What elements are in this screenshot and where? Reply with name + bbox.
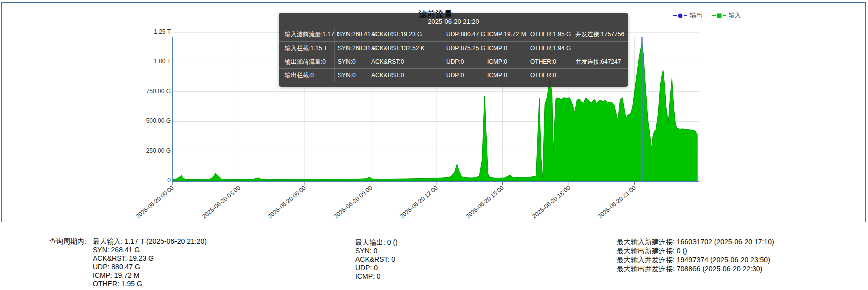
legend-item-input[interactable]: 输入 (712, 11, 741, 20)
tooltip-cell: OTHER:1.95 G (527, 28, 572, 41)
chart-title: 滤前流量 (173, 9, 699, 20)
tooltip-cell: 并发连接:1757756 (572, 28, 624, 41)
y-tick-label: 1.25 T (121, 28, 171, 35)
tooltip-cell: OTHER:0 (527, 69, 572, 82)
tooltip-cell: ACK&RST:0 (368, 55, 443, 69)
tooltip-cell: ICMP:0 (484, 42, 527, 55)
tooltip-cell: 输出拦截:0 (285, 69, 334, 82)
tooltip-cell: SYN:268.41 G (334, 28, 368, 41)
traffic-monitor-page: { "chart": { "title": "滤前流量", "legend": … (0, 0, 868, 290)
tooltip-cell: ACK&RST:19.23 G (368, 28, 443, 41)
tooltip-cell: UDP:880.47 G (443, 28, 484, 41)
tooltip-row: 输入滤前流量:1.17 TSYN:268.41 GACK&RST:19.23 G… (279, 28, 628, 41)
y-tick-label: 1.00 T (121, 58, 171, 65)
tooltip-cell: UDP:0 (443, 69, 484, 82)
tooltip-cell: ACK&RST:132.52 K (368, 42, 443, 55)
tooltip-cell: OTHER:0 (527, 55, 572, 69)
y-tick-label: 250.00 G (121, 147, 171, 154)
legend-label: 输入 (729, 11, 741, 20)
tooltip-cell: ICMP:0 (484, 55, 527, 69)
tooltip-cell (572, 42, 622, 55)
tooltip-cell: SYN:268.31 G (334, 42, 368, 55)
tooltip-row: 输出拦截:0SYN:0ACK&RST:0UDP:0ICMP:0OTHER:0 (279, 68, 628, 82)
chart-tooltip: 2025-06-20 21:20 输入滤前流量:1.17 TSYN:268.41… (279, 13, 628, 87)
y-tick-label: 500.00 G (121, 117, 171, 124)
tooltip-cell (572, 69, 622, 82)
tooltip-cell: UDP:875.25 G (443, 42, 484, 55)
tooltip-cell: 输入拦截:1.15 T (285, 42, 334, 55)
y-tick-label: 0 (121, 177, 171, 184)
y-tick-label: 750.00 G (121, 88, 171, 95)
square-legend-marker-icon (712, 13, 726, 18)
tooltip-cell: UDP:0 (443, 55, 484, 69)
traffic-chart-panel: 滤前流量 输出输入 1.25 T1.00 T750.00 G500.00 G25… (1, 2, 866, 222)
tooltip-row: 输入拦截:1.15 TSYN:268.31 GACK&RST:132.52 KU… (279, 41, 628, 55)
tooltip-cell: SYN:0 (334, 55, 368, 69)
tooltip-cell: 并发连接:647247 (572, 55, 622, 69)
tooltip-cell: 输出滤前流量:0 (285, 55, 334, 69)
tooltip-cell: OTHER:1.94 G (527, 42, 572, 55)
tooltip-cell: SYN:0 (334, 69, 368, 82)
tooltip-cell: ACK&RST:0 (368, 69, 443, 82)
tooltip-row: 输出滤前流量:0SYN:0ACK&RST:0UDP:0ICMP:0OTHER:0… (279, 55, 628, 68)
tooltip-rows: 输入滤前流量:1.17 TSYN:268.41 GACK&RST:19.23 G… (279, 28, 628, 82)
tooltip-cell: 输入滤前流量:1.17 T (285, 28, 334, 41)
tooltip-cell: ICMP:19.72 M (484, 28, 527, 41)
tooltip-cell: ICMP:0 (484, 69, 527, 82)
